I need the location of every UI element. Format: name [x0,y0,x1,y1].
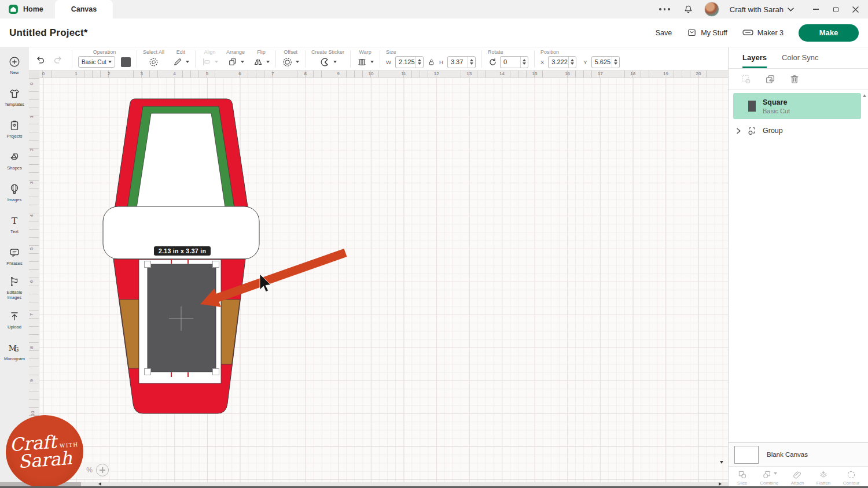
sidebar-item-monogram[interactable]: MG Monogram [0,335,29,367]
account-menu[interactable]: Craft with Sarah [730,5,794,14]
slice-button[interactable]: Slice [737,469,748,486]
sidebar-item-images[interactable]: Images [0,176,29,208]
selection-handle-se[interactable] [213,369,219,375]
offset-menu-button[interactable]: Offset [282,49,299,69]
arrange-menu-button[interactable]: Arrange [226,49,245,69]
combine-icon [762,469,772,480]
shapes-icon [8,151,21,164]
cricut-design-space-window: Home Canvas Craft with Sarah Untitled Pr… [0,0,868,488]
x-position-input[interactable] [549,57,568,68]
rotate-input[interactable] [501,57,520,68]
attach-button[interactable]: Attach [791,469,804,486]
sidebar-item-phrases[interactable]: Phrases [0,240,29,272]
minimize-button[interactable] [812,6,819,13]
delete-trash-icon[interactable] [789,73,800,85]
height-stepper[interactable] [468,57,475,68]
selection-handle-nw[interactable] [145,261,151,268]
flatten-icon [818,469,829,480]
layer-row-square[interactable]: Square Basic Cut [733,93,861,119]
design-canvas[interactable]: 01234567891011121314151617181920 0123456… [29,71,728,488]
sticker-icon [319,57,330,68]
y-position-input[interactable] [592,57,612,68]
blank-canvas-swatch[interactable] [734,446,759,464]
h-ruler-mark: 15 [532,71,538,76]
color-swatch[interactable] [121,57,131,67]
my-stuff-icon [687,28,697,38]
sidebar-item-editable-images[interactable]: Editable Images [0,272,29,304]
overflow-menu-button[interactable] [657,6,672,13]
v-ruler-mark: 0 [29,83,34,85]
sidebar-item-projects[interactable]: Projects [0,113,29,145]
contour-icon [846,469,856,480]
undo-icon[interactable] [35,54,46,65]
sidebar-item-templates[interactable]: Templates [0,81,29,113]
operation-group: Operation Basic Cut [78,49,131,69]
sidebar-item-new[interactable]: New [0,49,29,81]
tab-color-sync[interactable]: Color Sync [782,47,819,68]
duplicate-icon[interactable] [764,73,776,85]
attach-paperclip-icon [792,469,803,480]
warp-menu-button[interactable]: Warp [356,49,374,69]
v-ruler-mark: 7 [29,313,34,316]
select-all-button[interactable]: Select All [143,49,164,69]
account-avatar[interactable] [704,2,719,17]
tab-layers[interactable]: Layers [742,47,767,68]
scroll-right-arrow[interactable] [719,482,722,486]
h-ruler-mark: 7 [271,71,274,76]
blank-canvas-row[interactable]: Blank Canvas [729,442,868,466]
hot-air-balloon-icon [8,183,21,195]
horizontal-scrollbar[interactable] [0,482,728,486]
align-menu-button[interactable]: Align [201,49,218,69]
sidebar-item-text[interactable]: T Text [0,208,29,240]
save-button[interactable]: Save [656,29,672,37]
sidebar-item-shapes[interactable]: Shapes [0,145,29,176]
rotate-stepper[interactable] [520,57,528,68]
canvas-grid[interactable]: 2.13 in x 3.37 in [39,78,728,488]
height-input[interactable] [448,57,468,68]
sidebar-item-upload[interactable]: Upload [0,304,29,335]
contour-button[interactable]: Contour [843,469,859,486]
h-ruler-mark: 14 [499,71,505,76]
close-button[interactable] [852,6,859,13]
flip-menu-button[interactable]: Flip [253,49,270,69]
close-icon [852,6,859,13]
edit-toolbar: Operation Basic Cut Select All [29,47,728,71]
layer-row-group[interactable]: Group [729,119,868,142]
scroll-left-arrow[interactable] [98,482,101,486]
width-label: W [386,59,391,65]
height-label: H [439,59,443,65]
tab-home[interactable]: Home [0,0,55,19]
rotate-icon[interactable] [488,57,498,67]
editable-images-icon [8,275,21,288]
flatten-button[interactable]: Flatten [816,469,830,486]
operation-select[interactable]: Basic Cut [78,56,115,68]
x-stepper[interactable] [568,57,576,68]
zoom-in-button[interactable] [96,464,109,476]
notifications-bell-icon[interactable] [683,4,694,15]
layers-scroll-up-arrow[interactable] [863,94,866,97]
tab-canvas[interactable]: Canvas [55,0,113,19]
combine-button[interactable]: Combine [760,469,778,486]
center-column: Operation Basic Cut Select All [29,47,728,488]
y-stepper[interactable] [612,57,619,68]
pencil-icon [172,57,183,67]
selected-square-layer[interactable] [145,259,219,377]
width-stepper[interactable] [415,57,423,68]
machine-icon [742,28,753,37]
edit-menu-button[interactable]: Edit [172,49,189,69]
my-stuff-button[interactable]: My Stuff [687,28,727,38]
selection-handle-ne[interactable] [213,261,219,268]
h-ruler-mark: 20 [696,71,701,76]
selection-handle-sw[interactable] [145,369,151,375]
flip-icon [253,57,263,67]
expand-chevron-icon[interactable] [736,128,741,134]
make-button[interactable]: Make [799,24,859,42]
machine-selector[interactable]: Maker 3 [742,28,784,37]
width-input[interactable] [396,57,415,68]
lock-open-icon[interactable] [427,58,436,66]
create-sticker-button[interactable]: Create Sticker [311,49,344,69]
redo-icon[interactable] [52,54,64,65]
scroll-down-arrow[interactable] [720,461,723,464]
group-layers-icon[interactable] [740,73,752,85]
maximize-button[interactable] [832,6,839,13]
